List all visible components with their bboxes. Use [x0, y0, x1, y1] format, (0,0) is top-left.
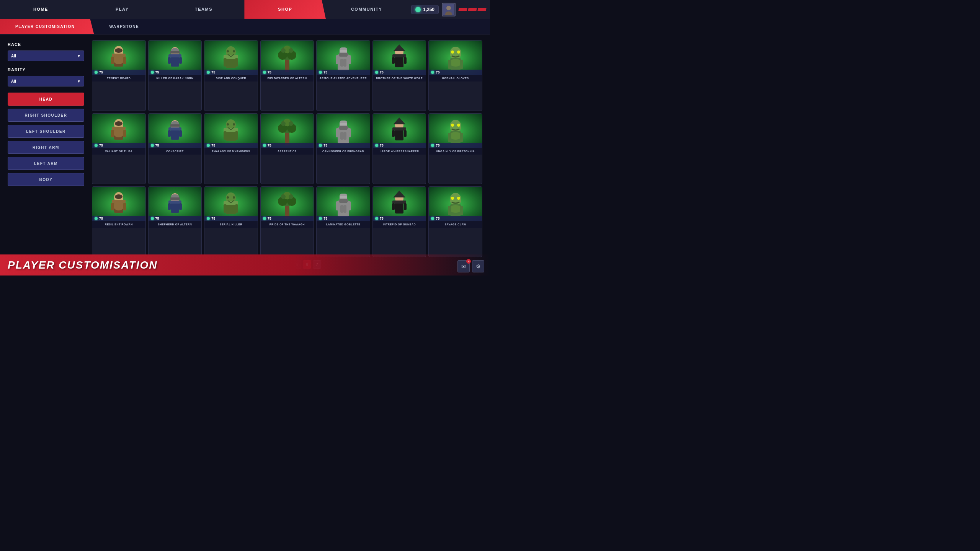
item-gem-icon — [431, 144, 434, 147]
item-name: RESILIENT ROWAN — [92, 221, 145, 228]
rarity-filter-select[interactable]: All ▼ — [8, 76, 84, 86]
body-part-body[interactable]: BODY — [8, 173, 84, 186]
body-part-left-shoulder[interactable]: LEFT SHOULDER — [8, 125, 84, 138]
nav-play[interactable]: PLAY — [82, 0, 163, 19]
settings-button[interactable]: ⚙ — [472, 260, 484, 272]
item-character-art — [107, 117, 130, 145]
item-card-dine-and-conquer[interactable]: 75 DINE AND CONQUER — [204, 40, 258, 111]
svg-rect-106 — [123, 203, 126, 210]
nav-home[interactable]: HOME — [0, 0, 82, 19]
body-part-left-arm[interactable]: LEFT ARM — [8, 157, 84, 170]
health-bars — [459, 8, 486, 11]
svg-point-55 — [113, 128, 124, 137]
item-name: PHALANX OF MYRMIDENS — [204, 148, 258, 155]
item-card-armour-plated-adventurer[interactable]: 75 ARMOUR-PLATED ADVENTURER — [316, 40, 370, 111]
svg-point-147 — [457, 197, 460, 200]
item-image: 75 — [429, 114, 482, 148]
item-cost: 75 — [261, 70, 314, 75]
item-card-savage-claw[interactable]: 75 SAVAGE CLAW — [428, 186, 482, 257]
item-cost: 75 — [373, 143, 426, 148]
svg-rect-135 — [343, 205, 346, 213]
body-part-right-arm[interactable]: RIGHT ARM — [8, 141, 84, 154]
svg-point-119 — [233, 196, 235, 199]
player-avatar[interactable] — [442, 3, 456, 16]
nav-teams[interactable]: TEAMS — [163, 0, 245, 19]
subnav-warpstone[interactable]: WARPSTONE — [94, 19, 154, 34]
svg-point-1 — [446, 6, 451, 10]
item-card-laminated-goblette[interactable]: 75 LAMINATED GOBLETTE — [316, 186, 370, 257]
item-card-cannoneer-of-erengrad[interactable]: 75 CANNONEER OF ERENGRAD — [316, 113, 370, 184]
item-card-resilient-rowan[interactable]: 75 RESILIENT ROWAN — [92, 186, 146, 257]
item-card-intrepid-of-gunbad[interactable]: 75 INTREPID OF GUNBAD — [372, 186, 426, 257]
svg-point-69 — [227, 123, 229, 126]
svg-rect-138 — [395, 202, 403, 214]
race-filter-select[interactable]: All ▼ — [8, 51, 84, 61]
item-card-trophy-beard[interactable]: 75 TROPHY BEARD — [92, 40, 146, 111]
race-dropdown-arrow: ▼ — [77, 54, 81, 58]
item-card-conscript[interactable]: 75 CONSCRIPT — [148, 113, 202, 184]
item-card-pride-of-the-waaagh[interactable]: 75 PRIDE OF THE WAAAGH — [260, 186, 314, 257]
item-card-brother-of-the-white-wolf[interactable]: 75 BROTHER OF THE WHITE WOLF — [372, 40, 426, 111]
item-price: 75 — [380, 70, 384, 74]
item-card-ungainly-of-bretonnia[interactable]: 75 UNGAINLY OF BRETONNIA — [428, 113, 482, 184]
item-card-serial-killer[interactable]: 75 SERIAL KILLER — [204, 186, 258, 257]
svg-rect-83 — [336, 128, 340, 137]
item-character-art — [276, 117, 299, 145]
item-character-art — [332, 190, 355, 218]
item-name: SHEPHERD OF ALTERN — [149, 221, 202, 228]
item-cost: 75 — [149, 70, 202, 75]
svg-point-58 — [115, 121, 122, 126]
body-part-right-shoulder[interactable]: RIGHT SHOULDER — [8, 109, 84, 122]
item-name: UNGAINLY OF BRETONNIA — [429, 148, 482, 155]
svg-rect-15 — [168, 57, 171, 64]
item-gem-icon — [207, 71, 210, 74]
item-image: 75 — [429, 187, 482, 221]
item-cost: 75 — [317, 216, 370, 221]
body-part-head[interactable]: HEAD — [8, 93, 84, 106]
item-gem-icon — [263, 71, 266, 74]
svg-rect-109 — [171, 202, 179, 213]
item-cost: 75 — [373, 70, 426, 75]
svg-rect-22 — [224, 58, 227, 67]
item-price: 75 — [268, 70, 271, 74]
item-card-valiant-of-tilea[interactable]: 75 VALIANT OF TILEA — [92, 113, 146, 184]
gem-icon — [415, 7, 421, 12]
nav-community[interactable]: COMMUNITY — [326, 0, 407, 19]
item-card-hobnail-gloves[interactable]: 75 HOBNAIL GLOVES — [428, 40, 482, 111]
svg-point-49 — [457, 51, 460, 54]
item-gem-icon — [207, 144, 210, 147]
svg-rect-85 — [340, 132, 343, 140]
item-gem-icon — [375, 217, 378, 220]
item-price: 75 — [380, 217, 384, 220]
items-grid-area: 75 TROPHY BEARD 75 KILLER OF KARAK NORN — [92, 38, 482, 272]
item-image: 75 — [204, 114, 258, 148]
mail-button[interactable]: ✉ N — [457, 260, 470, 272]
item-price: 75 — [99, 217, 103, 220]
item-image: 75 — [149, 187, 202, 221]
item-card-large-whippersnapper[interactable]: 75 LARGE WHIPPERSNAPPER — [372, 113, 426, 184]
svg-rect-139 — [392, 201, 406, 204]
item-card-apprentice[interactable]: 75 APPRENTICE — [260, 113, 314, 184]
item-price: 75 — [211, 70, 215, 74]
health-bar-2 — [468, 8, 477, 11]
svg-point-104 — [113, 201, 124, 210]
item-card-fieldwarden-of-altern[interactable]: 75 FIELDWARDEN OF ALTERN — [260, 40, 314, 111]
item-card-killer-of-karak-norn[interactable]: 75 KILLER OF KARAK NORN — [148, 40, 202, 111]
item-price: 75 — [99, 70, 103, 74]
item-image: 75 — [373, 114, 426, 148]
item-image: 75 — [92, 114, 145, 148]
svg-point-107 — [115, 194, 122, 199]
item-cost: 75 — [149, 143, 202, 148]
item-cost: 75 — [429, 70, 482, 75]
item-card-phalanx-of-myrmidens[interactable]: 75 PHALANX OF MYRMIDENS — [204, 113, 258, 184]
svg-rect-51 — [460, 60, 463, 69]
item-character-art — [444, 117, 467, 145]
subnav-player-customisation[interactable]: PLAYER CUSTOMISATION — [0, 19, 94, 34]
nav-shop[interactable]: SHOP — [244, 0, 326, 19]
item-character-art — [444, 190, 467, 218]
svg-rect-148 — [448, 206, 451, 215]
item-card-shepherd-of-altern[interactable]: 75 SHEPHERD OF ALTERN — [148, 186, 202, 257]
item-gem-icon — [151, 217, 154, 220]
svg-rect-142 — [404, 203, 407, 210]
svg-point-70 — [233, 123, 235, 126]
